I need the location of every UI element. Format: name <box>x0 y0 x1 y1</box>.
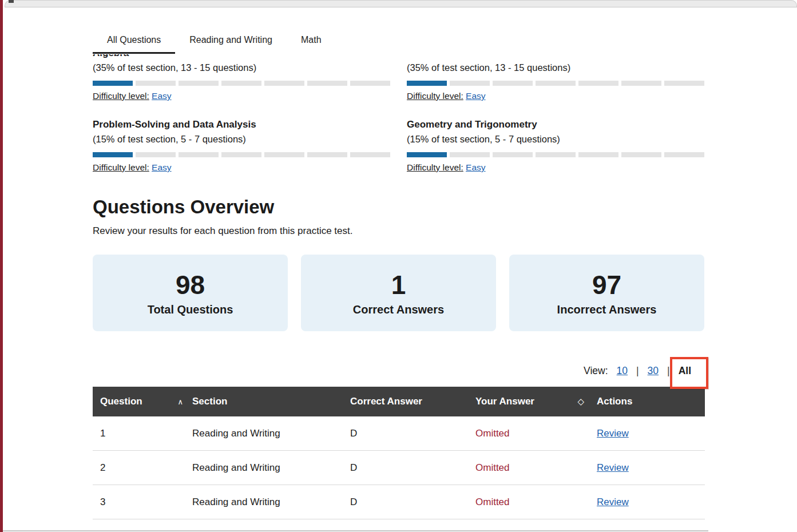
skill-title <box>407 54 705 59</box>
difficulty-link[interactable]: Easy <box>466 162 485 172</box>
cell-your-answer: Omitted <box>475 497 597 508</box>
cell-section: Reading and Writing <box>192 462 350 474</box>
stat-value: 1 <box>391 270 406 300</box>
tab-math[interactable]: Math <box>287 31 336 54</box>
stat-label: Total Questions <box>148 303 233 316</box>
cell-section: Reading and Writing <box>192 428 350 439</box>
browser-chrome-bar <box>5 0 797 7</box>
tab-reading-writing[interactable]: Reading and Writing <box>175 31 287 54</box>
progress-segment <box>664 81 704 86</box>
progress-segment <box>136 81 176 86</box>
progress-segment <box>407 81 447 86</box>
annotation-highlight-box <box>670 357 708 389</box>
progress-segment <box>350 152 390 157</box>
skill-breakdown-grid: Algebra (35% of test section, 13 - 15 qu… <box>93 54 705 173</box>
view-option-all[interactable]: All <box>679 365 691 377</box>
view-option-10[interactable]: 10 <box>617 365 628 377</box>
difficulty-label: Difficulty level: <box>93 162 149 172</box>
table-row: 1 Reading and Writing D Omitted Review <box>93 416 705 451</box>
difficulty-row: Difficulty level: Easy <box>407 162 705 173</box>
skill-block-algebra: Algebra (35% of test section, 13 - 15 qu… <box>93 54 391 101</box>
section-tabs: All Questions Reading and Writing Math <box>93 31 705 53</box>
difficulty-link[interactable]: Easy <box>466 91 485 101</box>
progress-segment <box>407 152 447 157</box>
skill-subtitle: (35% of test section, 13 - 15 questions) <box>407 61 705 74</box>
stat-card-correct: 1 Correct Answers <box>301 255 496 331</box>
cell-correct-answer: D <box>350 428 475 439</box>
review-link[interactable]: Review <box>597 462 629 473</box>
difficulty-label: Difficulty level: <box>93 91 149 101</box>
progress-segment <box>136 152 176 157</box>
view-option-30[interactable]: 30 <box>648 365 659 377</box>
sort-asc-icon[interactable]: ∧ <box>177 398 192 406</box>
skill-block-advanced-math: (35% of test section, 13 - 15 questions)… <box>407 54 705 101</box>
difficulty-row: Difficulty level: Easy <box>93 162 391 173</box>
table-row: 3 Reading and Writing D Omitted Review <box>93 485 705 519</box>
progress-segment <box>307 81 347 86</box>
progress-segment <box>664 152 704 157</box>
progress-segment <box>93 81 133 86</box>
skill-subtitle: (15% of test section, 5 - 7 questions) <box>93 132 391 146</box>
review-link[interactable]: Review <box>597 428 629 439</box>
table-header-row: Question ∧ Section Correct Answer Your A… <box>93 387 705 416</box>
cell-your-answer: Omitted <box>475 428 597 439</box>
bottom-border-line <box>0 530 708 531</box>
cell-correct-answer: D <box>350 462 475 474</box>
progress-segment <box>179 152 219 157</box>
view-label: View: <box>584 365 608 377</box>
sort-toggle-icon[interactable]: ◇ <box>577 396 597 407</box>
progress-bar <box>407 81 705 86</box>
cell-correct-answer: D <box>350 497 475 508</box>
progress-segment <box>493 81 533 86</box>
cell-question: 1 <box>93 428 192 439</box>
table-row: 2 Reading and Writing D Omitted Review <box>93 451 705 485</box>
column-header-actions: Actions <box>597 396 705 407</box>
left-edge-stripe <box>0 0 3 532</box>
progress-segment <box>93 152 133 157</box>
review-link[interactable]: Review <box>597 497 629 507</box>
skill-block-problem-solving: Problem-Solving and Data Analysis (15% o… <box>93 118 391 173</box>
progress-segment <box>450 81 490 86</box>
column-header-correct-answer: Correct Answer <box>350 396 475 407</box>
column-header-section: Section <box>192 396 350 407</box>
stat-cards: 98 Total Questions 1 Correct Answers 97 … <box>93 255 705 331</box>
column-header-your-answer[interactable]: Your Answer ◇ <box>475 396 597 407</box>
progress-segment <box>179 81 219 86</box>
page-subtitle: Review your results for each question fr… <box>93 225 705 237</box>
progress-segment <box>350 81 390 86</box>
stat-label: Correct Answers <box>353 303 444 316</box>
stat-card-incorrect: 97 Incorrect Answers <box>509 255 704 331</box>
questions-table: Question ∧ Section Correct Answer Your A… <box>93 387 705 532</box>
difficulty-row: Difficulty level: Easy <box>407 91 705 101</box>
skill-subtitle: (15% of test section, 5 - 7 questions) <box>407 132 705 146</box>
skill-title: Problem-Solving and Data Analysis <box>93 118 391 131</box>
difficulty-row: Difficulty level: Easy <box>93 91 391 101</box>
view-selector: View: 10 | 30 | All <box>93 362 705 379</box>
stat-card-total: 98 Total Questions <box>93 255 288 331</box>
progress-bar <box>93 81 391 86</box>
tab-all-questions[interactable]: All Questions <box>93 31 175 54</box>
progress-segment <box>221 152 261 157</box>
progress-segment <box>621 81 661 86</box>
progress-segment <box>621 152 661 157</box>
progress-bar <box>407 152 705 157</box>
page-title: Questions Overview <box>93 196 705 219</box>
progress-segment <box>578 81 618 86</box>
main-content: All Questions Reading and Writing Math A… <box>93 31 705 532</box>
skill-title: Geometry and Trigonometry <box>407 118 705 131</box>
progress-segment <box>493 152 533 157</box>
difficulty-link[interactable]: Easy <box>152 91 171 101</box>
cell-question: 2 <box>93 462 192 474</box>
progress-segment <box>307 152 347 157</box>
stat-label: Incorrect Answers <box>557 303 657 316</box>
progress-segment <box>578 152 618 157</box>
cell-your-answer: Omitted <box>475 462 597 474</box>
cell-question: 3 <box>93 497 192 508</box>
skill-block-geometry: Geometry and Trigonometry (15% of test s… <box>407 118 705 173</box>
column-header-question[interactable]: Question ∧ <box>93 396 192 407</box>
progress-segment <box>221 81 261 86</box>
view-separator: | <box>636 365 639 377</box>
difficulty-link[interactable]: Easy <box>152 162 171 172</box>
progress-segment <box>264 152 304 157</box>
skill-subtitle: (35% of test section, 13 - 15 questions) <box>93 61 391 74</box>
